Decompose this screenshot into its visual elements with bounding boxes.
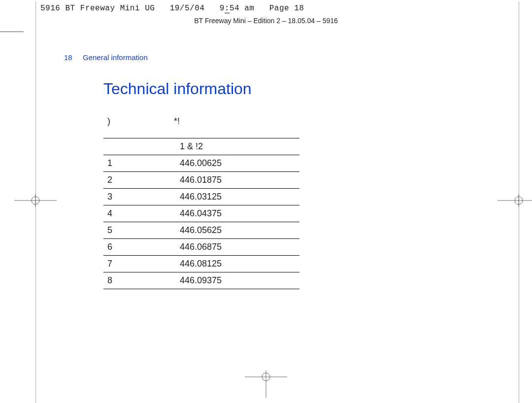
cell-frequency: 446.04375	[176, 205, 299, 222]
table-header-frequency: 1 & !2	[176, 138, 299, 155]
table-header-channel	[103, 138, 176, 155]
table-row: 4446.04375	[103, 205, 299, 222]
cell-frequency: 446.01875	[176, 172, 299, 189]
table-row: 3446.03125	[103, 189, 299, 205]
cell-frequency: 446.08125	[176, 256, 299, 272]
subheader-row: ) *!	[107, 116, 110, 127]
stamp-date: 19/5/04	[170, 4, 205, 13]
cell-channel: 1	[103, 155, 176, 172]
registration-mark-left-icon	[14, 194, 57, 207]
stamp-doc: 5916 BT Freeway Mini UG	[40, 4, 155, 13]
subheader-right: *!	[174, 116, 180, 127]
section-name: General information	[83, 53, 148, 62]
registration-mark-bottom-icon	[245, 370, 287, 398]
cell-channel: 8	[103, 272, 176, 289]
crop-mark	[0, 32, 24, 32]
cell-frequency: 446.00625	[176, 155, 299, 172]
subheader-left: )	[107, 116, 110, 126]
edition-line: BT Freeway Mini – Edition 2 – 18.05.04 –…	[0, 17, 532, 25]
cell-frequency: 446.09375	[176, 272, 299, 289]
cell-channel: 3	[103, 189, 176, 205]
table-row: 5446.05625	[103, 222, 299, 239]
page-number: 18	[64, 53, 72, 62]
table-row: 6446.06875	[103, 239, 299, 256]
table-row: 1446.00625	[103, 155, 299, 172]
table-row: 2446.01875	[103, 172, 299, 189]
cell-channel: 2	[103, 172, 176, 189]
cell-channel: 7	[103, 256, 176, 272]
cell-frequency: 446.05625	[176, 222, 299, 239]
cell-frequency: 446.06875	[176, 239, 299, 256]
cell-frequency: 446.03125	[176, 189, 299, 205]
table-header-row: 1 & !2	[103, 138, 299, 155]
cell-channel: 5	[103, 222, 176, 239]
frequency-table: 1 & !2 1446.006252446.018753446.03125444…	[103, 138, 299, 289]
imposition-stamp: 5916 BT Freeway Mini UG 19/5/04 9:54 am …	[40, 4, 304, 13]
registration-mark-right-icon	[498, 194, 532, 207]
table-row: 7446.08125	[103, 256, 299, 272]
page-title: Technical information	[103, 80, 252, 98]
stamp-page: Page 18	[269, 4, 304, 13]
cell-channel: 6	[103, 239, 176, 256]
table-row: 8446.09375	[103, 272, 299, 289]
stamp-time: 9:54 am	[220, 4, 255, 13]
cell-channel: 4	[103, 205, 176, 222]
